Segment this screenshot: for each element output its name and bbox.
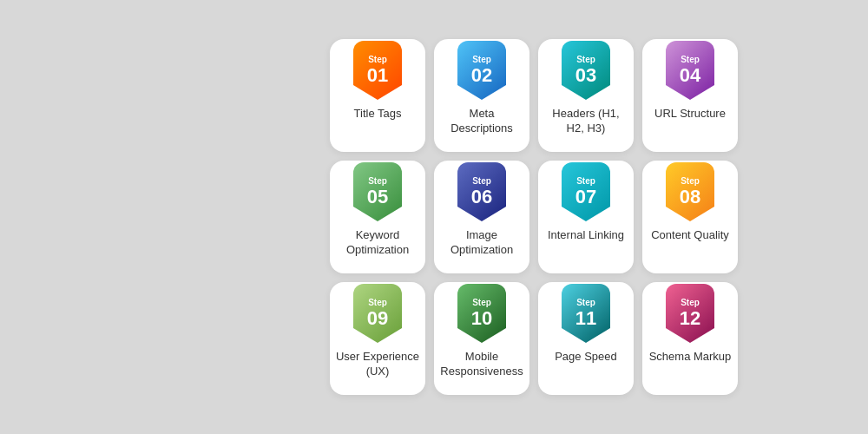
step-card-05[interactable]: Step05Keyword Optimization — [330, 161, 425, 273]
step-card-01[interactable]: Step01Title Tags — [330, 39, 425, 152]
step-number-05: 05 — [367, 187, 388, 207]
step-card-02[interactable]: Step02Meta Descriptions — [434, 39, 529, 152]
step-number-02: 02 — [471, 66, 492, 85]
step-label-05: Keyword Optimization — [330, 228, 425, 258]
step-word-12: Step — [681, 299, 700, 307]
step-label-07: Internal Linking — [542, 228, 629, 243]
step-word-07: Step — [576, 177, 595, 186]
step-label-09: User Experience (UX) — [330, 350, 425, 379]
step-number-11: 11 — [575, 309, 596, 328]
step-card-03[interactable]: Step03Headers (H1, H2, H3) — [538, 39, 634, 152]
step-word-02: Step — [472, 56, 491, 64]
step-word-08: Step — [681, 177, 700, 186]
step-word-06: Step — [472, 177, 491, 186]
step-row-1: Step01Title TagsStep02Meta DescriptionsS… — [330, 39, 855, 152]
step-label-04: URL Structure — [649, 107, 731, 122]
step-card-10[interactable]: Step10Mobile Responsiveness — [434, 282, 529, 395]
step-number-01: 01 — [367, 66, 388, 85]
left-panel — [0, 0, 321, 434]
step-word-11: Step — [576, 299, 595, 307]
step-card-09[interactable]: Step09User Experience (UX) — [330, 282, 425, 395]
step-word-05: Step — [368, 177, 387, 186]
step-label-02: Meta Descriptions — [434, 107, 529, 136]
step-card-12[interactable]: Step12Schema Markup — [642, 282, 738, 395]
step-card-04[interactable]: Step04URL Structure — [642, 39, 738, 152]
step-number-09: 09 — [367, 309, 388, 328]
step-number-12: 12 — [680, 309, 700, 328]
step-number-08: 08 — [680, 187, 700, 207]
step-card-07[interactable]: Step07Internal Linking — [538, 161, 634, 273]
step-label-10: Mobile Responsiveness — [434, 350, 529, 379]
step-label-01: Title Tags — [349, 107, 407, 122]
step-word-10: Step — [472, 299, 491, 307]
step-word-09: Step — [368, 299, 387, 307]
step-word-01: Step — [368, 56, 387, 64]
step-label-06: Image Optimization — [434, 228, 529, 258]
step-label-08: Content Quality — [646, 228, 734, 243]
step-card-06[interactable]: Step06Image Optimization — [434, 161, 529, 273]
step-label-12: Schema Markup — [644, 350, 737, 365]
step-label-03: Headers (H1, H2, H3) — [538, 107, 634, 136]
step-number-03: 03 — [575, 66, 596, 85]
step-word-03: Step — [576, 56, 595, 64]
step-card-11[interactable]: Step11Page Speed — [538, 282, 634, 395]
step-label-11: Page Speed — [549, 350, 622, 365]
step-card-08[interactable]: Step08Content Quality — [642, 161, 738, 273]
step-word-04: Step — [681, 56, 700, 64]
step-number-07: 07 — [575, 187, 596, 207]
step-row-3: Step09User Experience (UX)Step10Mobile R… — [330, 282, 855, 395]
step-row-2: Step05Keyword OptimizationStep06Image Op… — [330, 161, 855, 273]
step-number-04: 04 — [680, 66, 700, 85]
step-number-10: 10 — [471, 309, 492, 328]
right-panel: Step01Title TagsStep02Meta DescriptionsS… — [321, 0, 868, 434]
step-number-06: 06 — [471, 187, 492, 207]
